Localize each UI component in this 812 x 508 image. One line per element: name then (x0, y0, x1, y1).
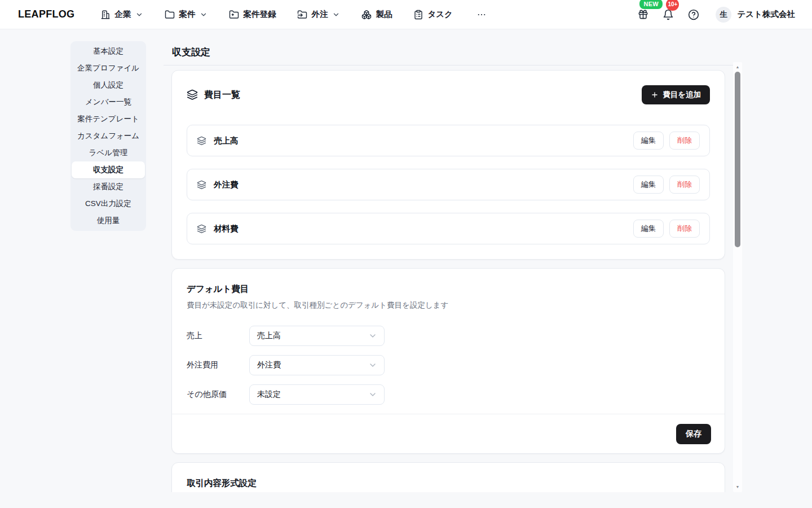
nav-item-outsourcing[interactable]: 外注 (297, 9, 340, 20)
main-panel: 収支設定 費目一覧 費目を追加 (164, 29, 742, 508)
folder-plus-icon (229, 10, 239, 20)
edit-button[interactable]: 編集 (633, 176, 664, 194)
top-navigation: LEAPFLOG 企業 案件 案件登録 (0, 0, 812, 29)
edit-button[interactable]: 編集 (633, 220, 664, 238)
chevron-down-icon (368, 390, 377, 399)
field-row-sales: 売上 売上高 (187, 326, 710, 346)
account-menu[interactable]: 生 テスト株式会社 (716, 7, 795, 23)
delete-button[interactable]: 削除 (669, 132, 700, 150)
nav-label: 外注 (311, 9, 328, 20)
transaction-format-card: 取引内容形式設定 (171, 462, 725, 492)
sidebar-item-income-expense-settings[interactable]: 収支設定 (72, 161, 145, 178)
chevron-down-icon (368, 331, 377, 340)
field-label: その他原価 (187, 389, 249, 400)
default-expense-card: デフォルト費目 費目が未設定の取引に対して、取引種別ごとのデフォルト費目を設定し… (171, 268, 725, 454)
sidebar-item-custom-form[interactable]: カスタムフォーム (72, 128, 145, 144)
boxes-icon (361, 10, 372, 20)
bell-icon (663, 9, 674, 20)
nav-label: 企業 (114, 9, 131, 20)
notifications-button[interactable]: 10+ (661, 8, 675, 21)
settings-sidebar: 基本設定 企業プロファイル 個人設定 メンバー一覧 案件テンプレート カスタムフ… (70, 41, 146, 231)
nav-item-project-register[interactable]: 案件登録 (229, 9, 276, 20)
main-nav: 企業 案件 案件登録 外注 (100, 8, 489, 21)
new-badge: NEW (639, 0, 663, 9)
layers-icon (197, 136, 206, 146)
sidebar-item-company-profile[interactable]: 企業プロファイル (72, 60, 145, 77)
sidebar-item-project-template[interactable]: 案件テンプレート (72, 111, 145, 128)
folder-icon (165, 10, 175, 20)
sidebar-item-usage[interactable]: 使用量 (72, 212, 145, 229)
field-label: 売上 (187, 331, 249, 341)
help-circle-icon (688, 9, 699, 20)
plus-icon (651, 91, 659, 99)
avatar: 生 (716, 7, 731, 23)
sidebar-item-members[interactable]: メンバー一覧 (72, 94, 145, 111)
gift-icon (638, 9, 648, 20)
nav-right-controls: NEW 10+ 生 テスト株式会社 (636, 7, 795, 23)
expense-name: 売上高 (214, 135, 239, 146)
scroll-up-arrow[interactable]: ▲ (733, 64, 742, 70)
save-button[interactable]: 保存 (676, 424, 711, 444)
delete-button[interactable]: 削除 (669, 220, 700, 238)
nav-label: タスク (427, 9, 453, 20)
expense-name: 材料費 (214, 224, 239, 234)
expense-list-header: 費目一覧 費目を追加 (187, 85, 710, 104)
layers-icon (197, 180, 206, 190)
nav-item-tasks[interactable]: タスク (413, 9, 453, 20)
field-row-other-cost: その他原価 未設定 (187, 384, 710, 405)
transaction-format-title: 取引内容形式設定 (187, 478, 710, 489)
clipboard-list-icon (413, 10, 423, 20)
folder-arrow-icon (297, 10, 307, 20)
expense-row: 外注費 編集 削除 (187, 169, 710, 200)
nav-label: 案件登録 (243, 9, 276, 20)
ellipsis-icon (476, 10, 487, 20)
chevron-down-icon (135, 11, 143, 19)
default-expense-title: デフォルト費目 (187, 283, 710, 295)
page-title: 収支設定 (172, 46, 742, 59)
other-cost-default-select[interactable]: 未設定 (249, 384, 385, 405)
nav-item-projects[interactable]: 案件 (165, 9, 208, 20)
scrollbar[interactable]: ▲ ▼ (733, 62, 742, 492)
notification-count-badge: 10+ (666, 0, 679, 11)
field-label: 外注費用 (187, 360, 249, 370)
chevron-down-icon (200, 11, 208, 19)
expense-list-title: 費目一覧 (204, 89, 240, 101)
nav-more-button[interactable] (474, 8, 489, 21)
default-expense-description: 費目が未設定の取引に対して、取引種別ごとのデフォルト費目を設定します (187, 300, 710, 310)
sidebar-item-numbering-settings[interactable]: 採番設定 (72, 178, 145, 195)
nav-label: 案件 (179, 9, 195, 20)
expense-row: 売上高 編集 削除 (187, 125, 710, 156)
scroll-down-arrow[interactable]: ▼ (733, 484, 742, 490)
app-logo[interactable]: LEAPFLOG (18, 8, 74, 20)
nav-label: 製品 (376, 9, 392, 20)
expense-list-card: 費目一覧 費目を追加 売上高 (171, 70, 725, 260)
chevron-down-icon (332, 11, 340, 19)
expense-row: 材料費 編集 削除 (187, 213, 710, 244)
nav-item-products[interactable]: 製品 (361, 9, 392, 20)
scroll-viewport: 費目一覧 費目を追加 売上高 (164, 62, 725, 492)
sidebar-item-label-management[interactable]: ラベル管理 (72, 144, 145, 161)
sales-default-select[interactable]: 売上高 (249, 326, 385, 346)
sidebar-item-basic-settings[interactable]: 基本設定 (72, 43, 145, 60)
building-icon (100, 10, 111, 20)
layers-icon (187, 89, 198, 100)
outsourcing-default-select[interactable]: 外注費 (249, 355, 385, 375)
sidebar-item-personal-settings[interactable]: 個人設定 (72, 77, 145, 94)
content-area: 基本設定 企業プロファイル 個人設定 メンバー一覧 案件テンプレート カスタムフ… (0, 29, 812, 508)
field-row-outsourcing-cost: 外注費用 外注費 (187, 355, 710, 375)
layers-icon (197, 224, 206, 234)
edit-button[interactable]: 編集 (633, 132, 664, 150)
delete-button[interactable]: 削除 (669, 176, 700, 194)
announcements-button[interactable]: NEW (636, 8, 650, 21)
company-name: テスト株式会社 (737, 9, 795, 20)
help-button[interactable] (687, 8, 700, 21)
add-expense-item-button[interactable]: 費目を追加 (642, 85, 710, 104)
chevron-down-icon (368, 361, 377, 370)
nav-item-company[interactable]: 企業 (100, 9, 143, 20)
scrollbar-thumb[interactable] (735, 72, 740, 247)
expense-name: 外注費 (214, 179, 239, 190)
sidebar-item-csv-export-settings[interactable]: CSV出力設定 (72, 195, 145, 212)
